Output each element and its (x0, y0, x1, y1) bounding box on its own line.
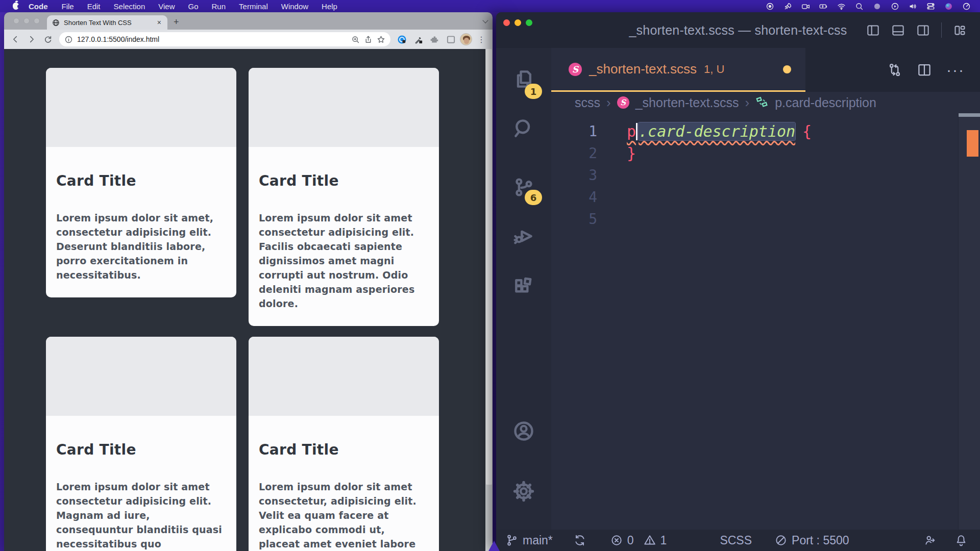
close-window-button[interactable] (13, 18, 19, 24)
breadcrumb-symbol[interactable]: p.card-description (775, 95, 876, 110)
chevron-down-icon[interactable] (482, 17, 488, 23)
menu-window[interactable]: Window (275, 0, 315, 12)
menubar-status-icons (765, 2, 980, 11)
toggle-primary-sidebar-icon[interactable] (866, 23, 880, 37)
vscode-window: _shorten-text.scss — shorten-text-css 1 … (496, 12, 980, 551)
menu-file[interactable]: File (55, 0, 81, 12)
bookmark-star-icon[interactable] (377, 35, 385, 44)
menu-selection[interactable]: Selection (107, 0, 152, 12)
toggle-secondary-sidebar-icon[interactable] (916, 23, 930, 37)
code-line-3[interactable]: 3 (551, 164, 980, 186)
editor-scrollbar[interactable] (958, 113, 980, 530)
problems-item[interactable]: 0 1 (610, 534, 667, 547)
git-branch-icon (505, 534, 519, 547)
language-mode-item[interactable]: SCSS (720, 534, 752, 547)
siri-icon[interactable] (944, 2, 953, 11)
card-description: Lorem ipsum dolor sit amet consectetur, … (259, 480, 428, 551)
card-title: Card Title (56, 172, 225, 189)
zoom-page-icon[interactable] (351, 35, 360, 44)
forward-button[interactable] (24, 32, 39, 46)
sass-file-icon: S (617, 96, 629, 109)
battery-icon[interactable] (819, 2, 828, 11)
search-icon[interactable] (854, 2, 864, 11)
account-icon[interactable] (496, 411, 551, 452)
source-control-icon[interactable] (496, 167, 551, 208)
unsaved-dot-icon[interactable] (783, 65, 791, 73)
feedback-icon[interactable] (924, 534, 937, 547)
sync-item[interactable] (573, 534, 586, 547)
customize-layout-icon[interactable] (953, 23, 967, 37)
record-icon[interactable] (765, 2, 774, 11)
tab-close-icon[interactable]: × (156, 19, 162, 26)
address-bar[interactable]: 127.0.0.1:5500/index.html (59, 32, 390, 46)
editor-tab[interactable]: S _shorten-text.scss 1, U (551, 48, 805, 92)
zoom-window-button[interactable] (34, 18, 40, 24)
symbol-class-icon (755, 96, 769, 109)
line-number: 1 (551, 123, 597, 140)
code-line-2[interactable]: 2 } (551, 142, 980, 164)
eyedropper-extension-icon[interactable] (411, 32, 425, 46)
vscode-traffic-lights (503, 19, 532, 26)
dot-icon[interactable] (872, 2, 881, 11)
chrome-menu-icon[interactable]: ⋮ (474, 32, 488, 46)
browser-tab[interactable]: Shorten Text With CSS × (47, 15, 167, 30)
menu-help[interactable]: Help (315, 0, 344, 12)
live-server-port-item[interactable]: Port : 5500 (774, 534, 849, 547)
password-manager-extension-icon[interactable] (395, 32, 409, 46)
code-line-4[interactable]: 4 (551, 186, 980, 208)
toggle-panel-icon[interactable] (891, 23, 905, 37)
volume-icon[interactable] (908, 2, 917, 11)
page-scrollbar-thumb[interactable] (486, 49, 492, 485)
split-editor-icon[interactable] (917, 62, 932, 78)
close-brace-token: } (627, 144, 636, 162)
new-tab-button[interactable]: + (174, 17, 179, 28)
scrollbar-slider[interactable] (959, 113, 980, 117)
play-circle-icon[interactable] (890, 2, 899, 11)
code-editor[interactable]: 1 p.card-description{ 2 } 3 4 5 (551, 113, 980, 530)
menu-app-name[interactable]: Code (24, 0, 55, 12)
menu-view[interactable]: View (152, 0, 181, 12)
extensions-puzzle-icon[interactable] (427, 32, 442, 46)
zoom-window-button[interactable] (526, 19, 532, 26)
minimize-window-button[interactable] (23, 18, 30, 24)
settings-gear-icon[interactable] (496, 471, 551, 512)
menu-terminal[interactable]: Terminal (232, 0, 275, 12)
back-button[interactable] (8, 32, 22, 46)
code-line-5[interactable]: 5 (551, 208, 980, 230)
apple-menu[interactable] (7, 3, 24, 10)
code-line-1[interactable]: 1 p.card-description{ (551, 120, 980, 142)
site-info-icon[interactable] (64, 35, 73, 44)
menu-run[interactable]: Run (205, 0, 233, 12)
more-actions-icon[interactable]: ··· (946, 61, 965, 79)
clock-icon[interactable] (962, 2, 971, 11)
extensions-icon[interactable] (496, 267, 551, 308)
card-title: Card Title (259, 172, 428, 189)
run-debug-icon[interactable] (496, 216, 551, 257)
notifications-bell-icon[interactable] (954, 534, 968, 547)
open-changes-icon[interactable] (887, 62, 902, 78)
menu-go[interactable]: Go (182, 0, 205, 12)
git-branch-item[interactable]: main* (505, 534, 553, 547)
minimize-window-button[interactable] (514, 19, 521, 26)
chrome-window: Shorten Text With CSS × + 127.0.0.1:5500… (4, 12, 493, 551)
breadcrumb-file[interactable]: _shorten-text.scss (635, 95, 739, 110)
chrome-tabstrip: Shorten Text With CSS × + (4, 12, 493, 30)
rocket-icon[interactable] (783, 2, 792, 11)
search-icon[interactable] (496, 108, 551, 149)
video-camera-icon[interactable] (801, 2, 810, 11)
share-icon[interactable] (364, 35, 373, 44)
profile-avatar[interactable] (460, 33, 472, 45)
breadcrumb-folder[interactable]: scss (575, 95, 600, 110)
card-image-placeholder (46, 337, 236, 416)
reload-button[interactable] (41, 32, 55, 46)
branch-name: main* (523, 534, 553, 547)
control-center-icon[interactable] (926, 2, 935, 11)
close-window-button[interactable] (503, 19, 510, 26)
menu-edit[interactable]: Edit (81, 0, 107, 12)
sidebar-toggle-icon[interactable] (444, 32, 458, 46)
card: Card Title Lorem ipsum dolor sit amet co… (46, 337, 236, 551)
wifi-icon[interactable] (837, 2, 846, 11)
explorer-icon[interactable] (496, 59, 551, 99)
card: Card Title Lorem ipsum dolor sit amet co… (249, 337, 439, 551)
circle-slash-icon (774, 534, 788, 547)
